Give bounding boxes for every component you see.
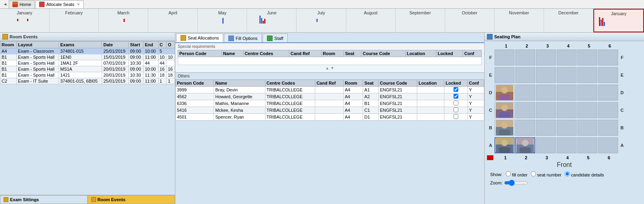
others-row[interactable]: 4562 Howard, Georgette TRIBALCOLLEGE A4 … [176, 93, 484, 100]
seat-f5[interactable] [577, 50, 597, 65]
seat-e5[interactable] [577, 67, 597, 83]
seat-b5[interactable] [577, 120, 597, 136]
show-seat-number-radio[interactable] [531, 171, 536, 176]
zoom-slider[interactable] [504, 180, 528, 186]
locked-checkbox[interactable] [454, 107, 458, 112]
seat-a4[interactable] [557, 137, 577, 153]
seat-d1[interactable] [495, 85, 514, 101]
month-november[interactable]: November [495, 9, 544, 32]
room-events-row[interactable]: B1 Exam - Sports Hall 1EN0 15/01/2019 09… [0, 54, 175, 60]
svg-rect-3 [499, 112, 510, 118]
seat-row-b: B B [487, 119, 642, 136]
seat-e1[interactable] [495, 67, 514, 83]
seat-f3[interactable] [536, 50, 556, 65]
seat-d6[interactable] [598, 85, 618, 101]
month-december[interactable]: December [544, 9, 593, 32]
show-candidate-details-radio[interactable] [565, 171, 570, 176]
ot-cell-locked[interactable] [444, 114, 468, 121]
ot-cell-locked[interactable] [444, 93, 468, 100]
show-fill-order-radio[interactable] [506, 171, 511, 176]
show-label: Show: [490, 172, 503, 177]
bottom-tab-room-events[interactable]: Room Events [88, 195, 175, 204]
seat-c3[interactable] [536, 102, 556, 118]
seat-c5[interactable] [577, 102, 597, 118]
seat-f4[interactable] [557, 50, 577, 65]
others-row[interactable]: 6336 Mathis, Marianne TRIBALCOLLEGE A4 B… [176, 100, 484, 107]
locked-checkbox[interactable] [454, 114, 458, 119]
seat-e2[interactable] [515, 67, 535, 83]
ot-cell-locked[interactable] [444, 87, 468, 93]
seat-d2[interactable] [515, 85, 535, 101]
room-events-row[interactable]: B1 Exam - Sports Hall 1MA1 2F 07/01/2019… [0, 60, 175, 66]
month-march[interactable]: March [99, 9, 148, 32]
cell-date: 15/01/2019 [102, 54, 129, 60]
month-january-next[interactable]: January [593, 9, 644, 32]
room-events-row[interactable]: B1 Exam - Sports Hall MS1A 20/01/2019 09… [0, 66, 175, 72]
locked-checkbox[interactable] [454, 101, 458, 105]
cell-layout: Exam - Classroom [17, 48, 59, 54]
seat-d3[interactable] [536, 85, 556, 101]
month-june[interactable]: June [247, 9, 296, 32]
locked-checkbox[interactable] [454, 94, 458, 99]
tab-home[interactable]: Home [9, 0, 35, 8]
room-events-row[interactable]: A4 Exam - Classroom 374801-015 25/01/201… [0, 48, 175, 54]
seat-a6[interactable] [598, 137, 618, 153]
seat-a3[interactable] [536, 137, 556, 153]
seat-a2[interactable] [515, 137, 535, 153]
locked-checkbox[interactable] [454, 87, 458, 92]
show-seat-number[interactable]: seat number [531, 171, 562, 177]
seat-a5[interactable] [577, 137, 597, 153]
seat-f6[interactable] [598, 50, 618, 65]
show-candidate-details[interactable]: candidate details [565, 171, 604, 177]
month-may[interactable]: May [198, 9, 247, 32]
seat-c1[interactable] [495, 102, 514, 118]
seat-b6[interactable] [598, 120, 618, 136]
tab-staff[interactable]: Staff [263, 34, 287, 42]
bottom-tab-exam-sittings[interactable]: Exam Sittings [0, 195, 88, 204]
seat-b1[interactable] [495, 120, 514, 136]
ot-cell-locked[interactable] [444, 107, 468, 114]
seat-c2[interactable] [515, 102, 535, 118]
month-august[interactable]: August [346, 9, 396, 32]
bot-col-4: 4 [557, 155, 578, 160]
others-row[interactable]: 3999 Bray, Devin TRIBALCOLLEGE A4 A1 ENG… [176, 87, 484, 93]
seat-f2[interactable] [515, 50, 535, 65]
tab-allocate-seats[interactable]: Allocate Seats ✕ [35, 0, 83, 8]
seat-f1[interactable] [495, 50, 514, 65]
cell-c: 10 [158, 54, 167, 60]
show-fill-order[interactable]: fill order [506, 171, 528, 177]
main-content: Room Events Room Layout Exams Date Start… [0, 33, 644, 204]
seat-e3[interactable] [536, 67, 556, 83]
month-october[interactable]: October [445, 9, 495, 32]
room-events-row[interactable]: C2 Exam - IT Suite 374801-015, 6BI05 25/… [0, 78, 175, 84]
tab-fill-options[interactable]: Fill Options [224, 34, 262, 42]
seat-c6[interactable] [598, 102, 618, 118]
seat-d5[interactable] [577, 85, 597, 101]
month-february[interactable]: February [49, 9, 99, 32]
seat-b4[interactable] [557, 120, 577, 136]
month-strip: January February March April May June Ju… [0, 9, 644, 33]
month-name: October [462, 10, 477, 15]
others-row[interactable]: 5416 Mckee, Kesha TRIBALCOLLEGE A4 C1 EN… [176, 107, 484, 114]
month-january[interactable]: January [0, 9, 49, 32]
cell-exams: 374801-015, 6BI05 [59, 78, 102, 84]
seat-b2[interactable] [515, 120, 535, 136]
month-april[interactable]: April [148, 9, 198, 32]
seat-a1[interactable] [495, 137, 514, 153]
month-july[interactable]: July [296, 9, 346, 32]
ot-cell-locked[interactable] [444, 100, 468, 107]
home-icon [12, 2, 18, 7]
seat-d4[interactable] [557, 85, 577, 101]
nav-arrow[interactable]: ◄ [2, 2, 9, 6]
seat-c4[interactable] [557, 102, 577, 118]
tab-close-button[interactable]: ✕ [77, 2, 80, 6]
allocate-seats-icon [39, 2, 45, 7]
month-september[interactable]: September [396, 9, 445, 32]
staff-tab-icon [267, 36, 273, 41]
seat-b3[interactable] [536, 120, 556, 136]
others-row[interactable]: 4501 Spencer, Ryan TRIBALCOLLEGE A4 D1 E… [176, 114, 484, 121]
room-events-row[interactable]: B1 Exam - Sports Hall 1421 20/01/2019 10… [0, 72, 175, 78]
tab-seat-allocations[interactable]: Seat Allocations [176, 34, 223, 42]
seat-e6[interactable] [598, 67, 618, 83]
seat-e4[interactable] [557, 67, 577, 83]
